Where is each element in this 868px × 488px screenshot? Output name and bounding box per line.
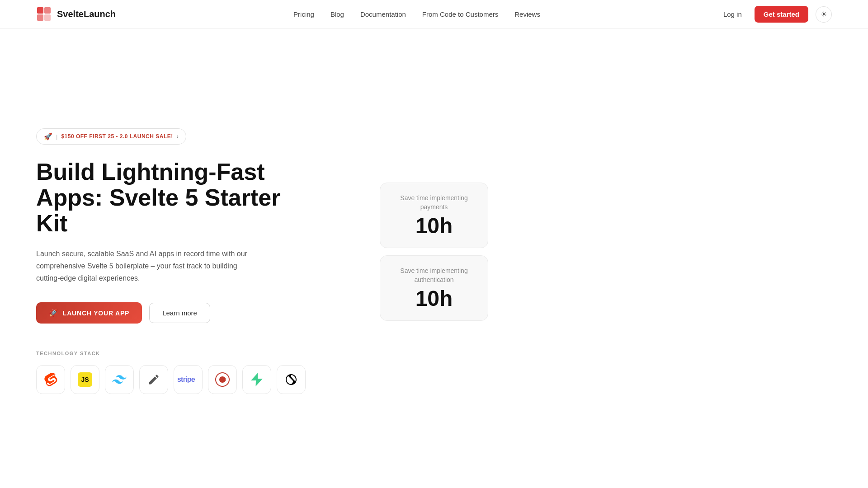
launch-app-button[interactable]: 🚀 LAUNCH YOUR APP (36, 302, 142, 324)
tech-icon-tailwind (105, 365, 134, 394)
tech-icon-openai (277, 365, 306, 394)
stat-card-auth: Save time implementing authentication 10… (380, 255, 488, 321)
tailwind-icon (112, 375, 127, 385)
navbar: SvelteLaunch Pricing Blog Documentation … (0, 0, 868, 29)
svg-rect-3 (44, 14, 51, 21)
svg-text:stripe: stripe (177, 375, 195, 383)
promo-text: $150 OFF FIRST 25 - 2.0 LAUNCH SALE! (61, 133, 173, 140)
nav-item-documentation[interactable]: Documentation (360, 10, 406, 18)
svg-rect-1 (44, 7, 51, 14)
resend-icon (215, 372, 230, 387)
nav-item-from-code[interactable]: From Code to Customers (422, 10, 498, 18)
get-started-button[interactable]: Get started (755, 6, 808, 23)
tech-stack-label: TECHNOLOGY STACK (36, 351, 362, 356)
openai-icon (285, 373, 297, 386)
brand-name: SvelteLaunch (57, 9, 116, 19)
nav-item-blog[interactable]: Blog (330, 10, 344, 18)
tech-icon-resend (208, 365, 237, 394)
nav-actions: Log in Get started ☀ (718, 6, 832, 23)
launch-button-label: LAUNCH YOUR APP (63, 310, 129, 317)
stat-card-payments: Save time implementing payments 10h (380, 183, 488, 248)
logo-icon (36, 6, 52, 23)
hero-title: Build Lightning-Fast Apps: Svelte 5 Star… (36, 159, 289, 237)
pencil-icon (147, 373, 160, 386)
rocket-badge-icon: 🚀 (44, 132, 52, 141)
hero-actions: 🚀 LAUNCH YOUR APP Learn more (36, 302, 362, 324)
theme-toggle-button[interactable]: ☀ (816, 6, 832, 23)
svg-rect-0 (37, 7, 43, 14)
stripe-icon: stripe (177, 375, 199, 384)
learn-more-button[interactable]: Learn more (149, 303, 210, 323)
tech-stack-section: TECHNOLOGY STACK JS (36, 351, 362, 394)
tech-icon-javascript: JS (71, 365, 99, 394)
brand-logo[interactable]: SvelteLaunch (36, 6, 116, 23)
tech-icons-row: JS stripe (36, 365, 362, 394)
stat-card-payments-value: 10h (393, 215, 475, 237)
launch-rocket-icon: 🚀 (49, 309, 58, 317)
promo-arrow-icon: › (177, 133, 179, 140)
svg-rect-2 (37, 14, 43, 21)
bolt-icon (251, 373, 263, 386)
nav-links: Pricing Blog Documentation From Code to … (293, 10, 540, 19)
promo-divider: | (56, 133, 57, 140)
stat-card-auth-value: 10h (393, 288, 475, 310)
tech-icon-editor (139, 365, 168, 394)
js-icon: JS (78, 372, 92, 387)
tech-icon-supabase (242, 365, 271, 394)
svelte-icon (43, 372, 58, 387)
login-button[interactable]: Log in (718, 7, 747, 22)
stats-cards: Save time implementing payments 10h Save… (362, 65, 488, 461)
hero-content: 🚀 | $150 OFF FIRST 25 - 2.0 LAUNCH SALE!… (36, 65, 362, 461)
nav-item-reviews[interactable]: Reviews (514, 10, 540, 18)
stat-card-payments-label: Save time implementing payments (393, 194, 475, 211)
tech-icon-stripe: stripe (174, 365, 203, 394)
promo-badge[interactable]: 🚀 | $150 OFF FIRST 25 - 2.0 LAUNCH SALE!… (36, 128, 186, 145)
nav-item-pricing[interactable]: Pricing (293, 10, 314, 18)
hero-section: 🚀 | $150 OFF FIRST 25 - 2.0 LAUNCH SALE!… (0, 29, 868, 488)
hero-description: Launch secure, scalable SaaS and AI apps… (36, 248, 262, 285)
stat-card-auth-label: Save time implementing authentication (393, 267, 475, 284)
tech-icon-svelte (36, 365, 65, 394)
sun-icon: ☀ (821, 10, 827, 19)
